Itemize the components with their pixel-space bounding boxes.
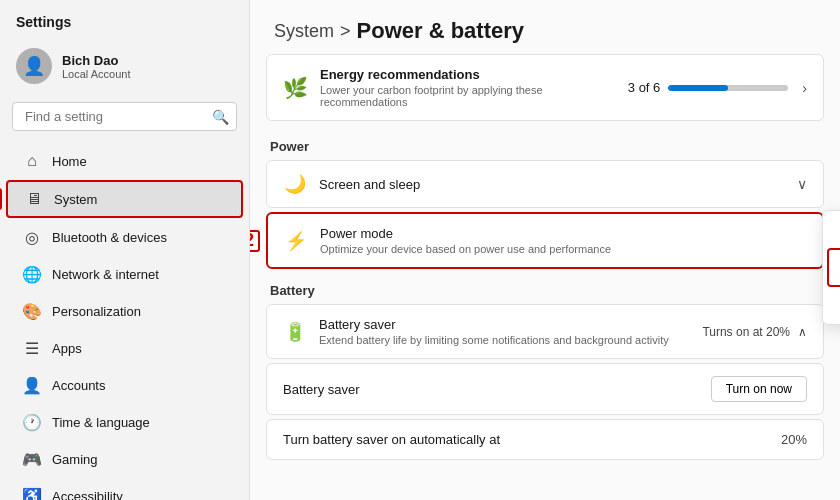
settings-title: Settings [0,8,249,40]
sidebar-item-apps-label: Apps [52,341,82,356]
dropdown-item-performance[interactable]: Best performance [823,289,840,324]
accounts-icon: 👤 [22,376,42,395]
energy-icon: 🌿 [283,76,308,100]
home-icon: ⌂ [22,152,42,170]
sidebar-item-home[interactable]: ⌂ Home [6,144,243,178]
sidebar-item-network-label: Network & internet [52,267,159,282]
turn-battery-saver-name: Turn battery saver on automatically at [283,432,769,447]
energy-recommendations[interactable]: 🌿 Energy recommendations Lower your carb… [266,54,824,121]
apps-icon: ☰ [22,339,42,358]
battery-saver-toggle-name: Battery saver [283,382,699,397]
energy-chevron-icon: › [802,80,807,96]
energy-desc: Lower your carbon footprint by applying … [320,84,616,108]
breadcrumb-separator: > [340,21,351,42]
system-icon: 🖥 [24,190,44,208]
screen-sleep-name: Screen and sleep [319,177,785,192]
power-mode-text: Power mode Optimize your device based on… [320,226,806,255]
dropdown-item-balanced[interactable]: 3 Balanced [827,248,840,287]
breadcrumb-current: Power & battery [357,18,525,44]
battery-saver-toggle-row: Battery saver Turn on now [266,363,824,415]
turn-battery-saver-row: Turn battery saver on automatically at 2… [266,419,824,460]
avatar: 👤 [16,48,52,84]
page-header: System > Power & battery [250,0,840,54]
sidebar-item-system[interactable]: 1 🖥 System [6,180,243,218]
main-content: System > Power & battery 🌿 Energy recomm… [250,0,840,500]
power-mode-desc: Optimize your device based on power use … [320,243,806,255]
turn-battery-saver-text: Turn battery saver on automatically at [283,432,769,447]
sidebar-item-system-label: System [54,192,97,207]
battery-saver-icon: 🔋 [283,321,307,343]
battery-saver-name: Battery saver [319,317,690,332]
energy-text: Energy recommendations Lower your carbon… [320,67,616,108]
battery-saver-row[interactable]: 🔋 Battery saver Extend battery life by l… [266,304,824,359]
power-mode-name: Power mode [320,226,806,241]
power-mode-icon: ⚡ [284,230,308,252]
screen-sleep-right: ∨ [797,176,807,192]
battery-section: Battery 🔋 Battery saver Extend battery l… [266,283,824,464]
sidebar-item-gaming[interactable]: 🎮 Gaming [6,442,243,477]
battery-saver-status: Turns on at 20% [702,325,790,339]
sidebar-item-bluetooth-label: Bluetooth & devices [52,230,167,245]
search-icon: 🔍 [212,109,229,125]
battery-saver-toggle-right: Turn on now [711,376,807,402]
gaming-icon: 🎮 [22,450,42,469]
sidebar-item-bluetooth[interactable]: ◎ Bluetooth & devices [6,220,243,255]
power-section: Power 🌙 Screen and sleep ∨ 2 ⚡ Power mod… [266,139,824,273]
sidebar-item-accessibility[interactable]: ♿ Accessibility [6,479,243,500]
battery-saver-text: Battery saver Extend battery life by lim… [319,317,690,346]
annotation-1: 1 [0,188,2,210]
sidebar-item-apps[interactable]: ☰ Apps [6,331,243,366]
personalization-icon: 🎨 [22,302,42,321]
sidebar-item-personalization[interactable]: 🎨 Personalization [6,294,243,329]
progress-bar [668,85,788,91]
search-input[interactable] [12,102,237,131]
turn-on-button[interactable]: Turn on now [711,376,807,402]
bluetooth-icon: ◎ [22,228,42,247]
sidebar-item-personalization-label: Personalization [52,304,141,319]
user-details: Bich Dao Local Account [62,53,131,80]
breadcrumb-system: System [274,21,334,42]
energy-progress: 3 of 6 › [628,80,807,96]
sidebar-item-gaming-label: Gaming [52,452,98,467]
screen-sleep-icon: 🌙 [283,173,307,195]
user-info: 👤 Bich Dao Local Account [0,40,249,98]
sidebar-item-time[interactable]: 🕐 Time & language [6,405,243,440]
user-account: Local Account [62,68,131,80]
time-icon: 🕐 [22,413,42,432]
sidebar: Settings 👤 Bich Dao Local Account 🔍 ⌂ Ho… [0,0,250,500]
battery-saver-right: Turns on at 20% ∧ [702,325,807,339]
sidebar-item-time-label: Time & language [52,415,150,430]
sidebar-item-accounts[interactable]: 👤 Accounts [6,368,243,403]
screen-sleep-text: Screen and sleep [319,177,785,192]
breadcrumb: System > Power & battery [274,18,816,44]
annotation-2: 2 [250,230,260,252]
battery-saver-toggle-text: Battery saver [283,382,699,397]
chevron-up-icon: ∧ [798,325,807,339]
sidebar-item-network[interactable]: 🌐 Network & internet [6,257,243,292]
turn-battery-saver-value: 20% [781,432,807,447]
energy-title: Energy recommendations [320,67,616,82]
user-name: Bich Dao [62,53,131,68]
progress-label: 3 of 6 [628,80,661,95]
network-icon: 🌐 [22,265,42,284]
sidebar-item-label: Home [52,154,87,169]
power-section-title: Power [266,139,824,154]
progress-bar-fill [668,85,728,91]
search-box: 🔍 [12,102,237,131]
chevron-down-icon: ∨ [797,176,807,192]
battery-saver-desc: Extend battery life by limiting some not… [319,334,690,346]
power-mode-row[interactable]: 2 ⚡ Power mode Optimize your device base… [266,212,824,269]
sidebar-item-accounts-label: Accounts [52,378,105,393]
sidebar-item-accessibility-label: Accessibility [52,489,123,500]
screen-sleep-row[interactable]: 🌙 Screen and sleep ∨ [266,160,824,208]
power-mode-dropdown: Best power efficiency 3 Balanced Best pe… [822,210,840,325]
dropdown-item-efficiency[interactable]: Best power efficiency [823,211,840,246]
battery-percent-value: 20% [781,432,807,447]
battery-section-title: Battery [266,283,824,298]
accessibility-icon: ♿ [22,487,42,500]
